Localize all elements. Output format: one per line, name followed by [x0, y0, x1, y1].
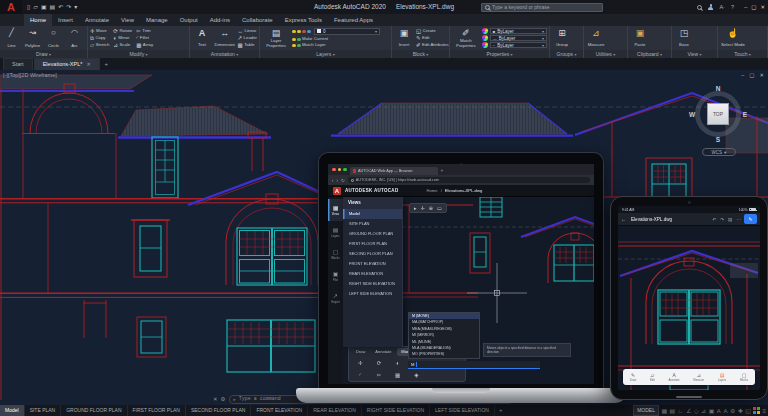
annotation-monitor-icon[interactable]: ✚ [738, 406, 743, 416]
layer-state-toggles[interactable]: 0 ▾ [292, 28, 389, 35]
view-list-item[interactable]: RIGHT SIDE ELEVATION [343, 279, 402, 289]
app-store-icon[interactable]: A· [719, 0, 725, 14]
snap-mode-icon[interactable]: ▤ [670, 406, 676, 416]
close-command-icon[interactable]: ✕ [213, 396, 218, 402]
layout-tab[interactable]: GROUND FLOOR PLAN [61, 405, 127, 416]
qat-dropdown-icon[interactable]: ▾ [74, 0, 77, 14]
mini-tool-trim[interactable]: ✂ [377, 372, 382, 378]
tool-linear[interactable]: ↔ Linear [238, 28, 258, 34]
view-list-item[interactable]: LEFT SIDE ELEVATION [343, 289, 402, 299]
ribbon-tab[interactable]: Collaborate [236, 14, 279, 26]
ortho-mode-icon[interactable]: ∟ [678, 406, 684, 416]
tool-line[interactable]: ╱ Line [2, 27, 21, 49]
tablet-tool-measure[interactable]: ⊿ Measure [693, 372, 704, 383]
restore-button[interactable]: ▢ [751, 4, 756, 10]
ribbon-tab[interactable]: Output [174, 14, 204, 26]
annotation-visibility-icon[interactable]: A [717, 406, 721, 416]
isolate-objects-icon[interactable]: ◱ [745, 406, 751, 416]
close-button[interactable]: ✕ [760, 4, 765, 10]
minimize-drawing-icon[interactable]: – [741, 72, 744, 78]
view-list-item[interactable]: SECOND FLOOR PLAN [343, 249, 402, 259]
close-file-tab-icon[interactable]: ✕ [86, 59, 90, 70]
mini-tool-array[interactable]: ▦ [395, 372, 400, 378]
viewcube-south[interactable]: S [716, 136, 720, 143]
view-list-item[interactable]: FIRST FLOOR PLAN [343, 239, 402, 249]
tool-stretch[interactable]: ▱ Stretch [90, 42, 109, 48]
isometric-drafting-icon[interactable]: ◇ [694, 406, 699, 416]
save-icon[interactable]: ▣ [41, 0, 47, 14]
layout-tab[interactable]: FIRST FLOOR PLAN [128, 405, 186, 416]
viewcube-top-face[interactable]: TOP [707, 103, 729, 125]
tool-circle[interactable]: ○ Circle [44, 27, 63, 49]
paste-button[interactable]: ▣ Paste [630, 27, 650, 49]
property-select[interactable]: ■ ByLayer ▾ [490, 28, 547, 34]
polar-tracking-icon[interactable]: ∠ [686, 406, 691, 416]
object-snap-tracking-icon[interactable]: ⊿ [701, 406, 706, 416]
tool-move[interactable]: ✛ Move [90, 28, 109, 34]
browser-forward-icon[interactable]: › [337, 178, 339, 183]
redo-icon[interactable]: ↷ [720, 217, 724, 222]
tool-arc[interactable]: ◠ Arc [65, 27, 84, 49]
group-button[interactable]: ⊞ Group [552, 27, 572, 49]
edit-attributes-button[interactable]: ✐ Edit Attributes [416, 42, 449, 48]
application-menu-button[interactable]: A [0, 0, 22, 14]
insert-block-button[interactable]: ▣ Insert [394, 27, 414, 49]
rail-layers[interactable]: ▤ Layers [328, 221, 343, 243]
edit-block-button[interactable]: ✎ Edit [416, 35, 449, 41]
layout-tab[interactable]: SECOND FLOOR PLAN [186, 405, 251, 416]
customization-icon[interactable]: ≡ [762, 406, 766, 416]
view-list-item[interactable]: GROUND FLOOR PLAN [343, 229, 402, 239]
viewcube-west[interactable]: W [689, 111, 695, 118]
zoom-tool-icon[interactable]: ⊕ [429, 205, 433, 211]
rail-blocks[interactable]: ▢ Blocks [328, 243, 343, 265]
tool-panel-tab[interactable]: Draw [352, 348, 369, 356]
restore-drawing-icon[interactable]: ▢ [749, 72, 754, 78]
rail-views[interactable]: ▦ Views [328, 199, 343, 221]
mini-tool-explode[interactable]: ◈ [414, 372, 418, 378]
layer-select[interactable]: 0 ▾ [314, 28, 380, 35]
layout-tab[interactable]: Model [0, 405, 25, 416]
new-browser-tab-button[interactable]: + [441, 165, 444, 175]
rail-export[interactable]: ↗ Export [328, 287, 343, 309]
tablet-canvas[interactable]: ✎ Draw ▱ Edit A Annotate [618, 226, 760, 390]
tablet-tool-blocks[interactable]: ▢ Blocks [740, 372, 748, 383]
close-drawing-icon[interactable]: ✕ [759, 72, 764, 78]
pan-tool-icon[interactable]: ✛ [421, 205, 425, 211]
mini-tool-fillet[interactable]: ◜ [359, 372, 361, 378]
view-list-item[interactable]: REAR ELEVATION [343, 269, 402, 279]
tool-trim[interactable]: ✂ Trim [136, 28, 153, 34]
browser-reload-icon[interactable]: ↻ [341, 178, 345, 183]
home-indicator[interactable] [676, 396, 702, 398]
search-input[interactable] [492, 4, 599, 10]
viewport-controls[interactable]: [-][Top][2D Wireframe] [3, 72, 57, 78]
primary-action-button[interactable]: ✎ [744, 214, 757, 224]
tool-table[interactable]: ▦ Table [238, 42, 258, 48]
file-tab[interactable]: Elevations-XPL*✕ [34, 58, 100, 70]
viewcube-east[interactable]: E [743, 111, 747, 118]
tablet-tool-edit[interactable]: ▱ Edit [650, 372, 655, 383]
more-icon[interactable]: ⋯ [736, 217, 741, 222]
tablet-tool-layers[interactable]: ▤ Layers [718, 372, 726, 383]
match-properties-button[interactable]: ✐ Match Properties [452, 27, 480, 49]
measure-button[interactable]: ⊿ Measure [586, 27, 606, 49]
wcs-dropdown[interactable]: WCS ▾ [702, 148, 736, 156]
browser-close-button[interactable] [332, 168, 336, 172]
viewcube[interactable]: N S W E TOP [690, 86, 746, 142]
browser-back-icon[interactable]: ‹ [332, 178, 334, 183]
new-file-icon[interactable]: ▯ [27, 0, 30, 14]
rail-plot[interactable]: ▣ Plot [328, 265, 343, 287]
ribbon-tab[interactable]: Express Tools [279, 14, 328, 26]
back-icon[interactable]: ← [621, 216, 626, 222]
model-space-toggle[interactable]: MODEL [633, 405, 659, 416]
view-list-item[interactable]: Model [343, 209, 402, 219]
keyword-search-icon[interactable] [697, 5, 702, 10]
browser-tab[interactable]: AUTOCAD Web App — Browser [350, 167, 438, 175]
ribbon-tab[interactable]: Add-ins [204, 14, 236, 26]
tablet-tool-draw[interactable]: ✎ Draw [630, 372, 637, 383]
view-list-item[interactable]: SITE PLAN [343, 219, 402, 229]
help-icon[interactable]: ? [731, 0, 734, 14]
object-snap-icon[interactable]: ▣ [709, 406, 715, 416]
ribbon-tab[interactable]: Home [24, 14, 52, 26]
layer-properties-button[interactable]: ▤ Layer Properties [262, 27, 290, 49]
annotation-scale-icon[interactable]: A [723, 406, 727, 416]
